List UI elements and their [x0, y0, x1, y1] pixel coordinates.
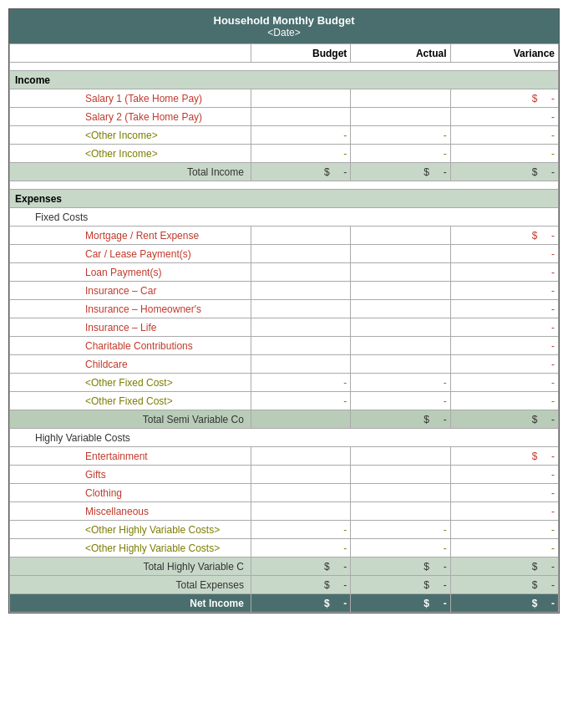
total-semi-label: Total Semi Variable Co [10, 410, 251, 429]
total-variable-budget: $ - [251, 557, 350, 576]
other-fixed1-label: <Other Fixed Cost> [10, 374, 251, 392]
misc-budget[interactable] [251, 502, 350, 521]
col-label-header [10, 44, 251, 63]
net-income-label: Net Income [10, 594, 251, 613]
col-budget-header: Budget [251, 44, 350, 63]
other-income1-label: <Other Income> [10, 126, 251, 145]
clothing-variance: - [450, 484, 558, 502]
other-fixed1-actual[interactable]: - [351, 374, 450, 392]
misc-actual[interactable] [351, 502, 450, 521]
gifts-actual[interactable] [351, 466, 450, 484]
other-variable1-actual[interactable]: - [351, 521, 450, 539]
loan-label: Loan Payment(s) [10, 263, 251, 282]
other-variable2-budget[interactable]: - [251, 539, 350, 557]
total-expenses-label: Total Expenses [10, 576, 251, 594]
spacer-row-1 [10, 63, 559, 71]
other-variable2-label: <Other Highly Variable Costs> [10, 539, 251, 557]
loan-variance: - [450, 263, 558, 282]
loan-budget[interactable] [251, 263, 350, 282]
entertainment-row: Entertainment $ - [10, 447, 559, 466]
ins-life-label: Insurance – Life [10, 318, 251, 337]
loan-row: Loan Payment(s) - [10, 263, 559, 282]
other-variable1-row: <Other Highly Variable Costs> - - - [10, 521, 559, 539]
gifts-variance: - [450, 466, 558, 484]
other-income1-variance: - [450, 126, 558, 145]
salary1-label: Salary 1 (Take Home Pay) [10, 89, 251, 108]
childcare-variance: - [450, 355, 558, 374]
mortgage-budget[interactable] [251, 227, 350, 245]
other-variable1-label: <Other Highly Variable Costs> [10, 521, 251, 539]
other-fixed2-actual[interactable]: - [351, 392, 450, 410]
gifts-budget[interactable] [251, 466, 350, 484]
salary1-budget[interactable] [251, 89, 350, 108]
misc-variance: - [450, 502, 558, 521]
mortgage-actual[interactable] [351, 227, 450, 245]
header-row: Budget Actual Variance [10, 44, 559, 63]
income-section-header: Income [10, 71, 559, 89]
clothing-actual[interactable] [351, 484, 450, 502]
mortgage-variance: $ - [450, 227, 558, 245]
other-income2-budget[interactable]: - [251, 145, 350, 163]
salary2-budget[interactable] [251, 108, 350, 126]
fixed-costs-label: Fixed Costs [10, 208, 559, 227]
entertainment-label: Entertainment [10, 447, 251, 466]
other-income1-budget[interactable]: - [251, 126, 350, 145]
ins-home-actual[interactable] [351, 300, 450, 318]
other-fixed1-budget[interactable]: - [251, 374, 350, 392]
charitable-variance: - [450, 337, 558, 355]
loan-actual[interactable] [351, 263, 450, 282]
childcare-actual[interactable] [351, 355, 450, 374]
clothing-budget[interactable] [251, 484, 350, 502]
ins-car-budget[interactable] [251, 282, 350, 300]
ins-life-row: Insurance – Life - [10, 318, 559, 337]
childcare-budget[interactable] [251, 355, 350, 374]
total-semi-row: Total Semi Variable Co $ - $ - [10, 410, 559, 429]
other-income2-row: <Other Income> - - - [10, 145, 559, 163]
total-variable-actual: $ - [351, 557, 450, 576]
salary1-row: Salary 1 (Take Home Pay) $ - [10, 89, 559, 108]
clothing-row: Clothing - [10, 484, 559, 502]
ins-home-label: Insurance – Homeowner's [10, 300, 251, 318]
ins-car-variance: - [450, 282, 558, 300]
total-expenses-budget: $ - [251, 576, 350, 594]
ins-home-variance: - [450, 300, 558, 318]
entertainment-actual[interactable] [351, 447, 450, 466]
salary2-actual[interactable] [351, 108, 450, 126]
ins-car-row: Insurance – Car - [10, 282, 559, 300]
charitable-budget[interactable] [251, 337, 350, 355]
other-variable1-variance: - [450, 521, 558, 539]
charitable-label: Charitable Contributions [10, 337, 251, 355]
spreadsheet: Household Monthly Budget <Date> Budget A… [8, 8, 560, 613]
ins-life-budget[interactable] [251, 318, 350, 337]
title-section: Household Monthly Budget <Date> [9, 9, 559, 43]
car-lease-variance: - [450, 245, 558, 263]
salary1-actual[interactable] [351, 89, 450, 108]
variable-costs-label: Highly Variable Costs [10, 429, 559, 447]
entertainment-variance: $ - [450, 447, 558, 466]
other-variable1-budget[interactable]: - [251, 521, 350, 539]
charitable-actual[interactable] [351, 337, 450, 355]
other-fixed2-budget[interactable]: - [251, 392, 350, 410]
total-expenses-actual: $ - [351, 576, 450, 594]
total-income-row: Total Income $ - $ - $ - [10, 163, 559, 181]
other-income2-actual[interactable]: - [351, 145, 450, 163]
total-income-variance: $ - [450, 163, 558, 181]
misc-label: Miscellaneous [10, 502, 251, 521]
subtitle: <Date> [13, 27, 555, 38]
total-semi-actual: $ - [351, 410, 450, 429]
salary2-label: Salary 2 (Take Home Pay) [10, 108, 251, 126]
car-lease-actual[interactable] [351, 245, 450, 263]
spacer-row-2 [10, 181, 559, 190]
other-variable2-actual[interactable]: - [351, 539, 450, 557]
car-lease-label: Car / Lease Payment(s) [10, 245, 251, 263]
other-income2-label: <Other Income> [10, 145, 251, 163]
ins-car-actual[interactable] [351, 282, 450, 300]
total-expenses-variance: $ - [450, 576, 558, 594]
fixed-costs-header: Fixed Costs [10, 208, 559, 227]
ins-life-actual[interactable] [351, 318, 450, 337]
car-lease-budget[interactable] [251, 245, 350, 263]
ins-home-budget[interactable] [251, 300, 350, 318]
total-variable-variance: $ - [450, 557, 558, 576]
other-income1-actual[interactable]: - [351, 126, 450, 145]
entertainment-budget[interactable] [251, 447, 350, 466]
